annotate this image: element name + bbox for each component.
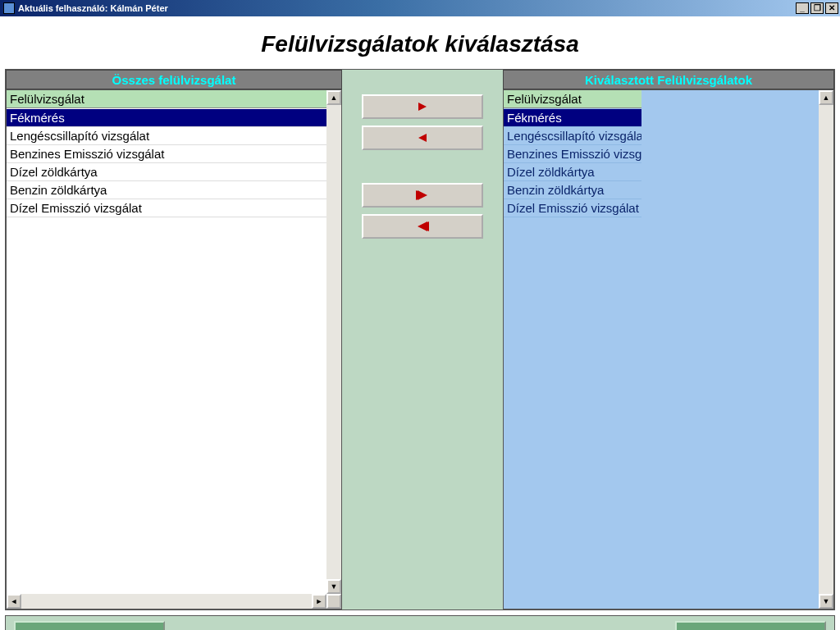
arrow-right-fill-icon [418, 190, 427, 200]
transfer-button-panel [342, 70, 503, 609]
minimize-button[interactable]: _ [796, 2, 809, 14]
all-inspections-column-header: Felülvizsgálat [7, 90, 341, 108]
remove-all-button[interactable] [362, 214, 483, 239]
list-item[interactable]: Fékmérés [7, 109, 326, 127]
vertical-scrollbar[interactable]: ▲ ▼ [326, 90, 341, 594]
arrow-left-icon [418, 134, 427, 142]
all-inspections-listbox[interactable]: Felülvizsgálat FékmérésLengéscsillapító … [6, 89, 342, 609]
close-button[interactable]: ✕ [825, 2, 838, 14]
all-inspections-list-body[interactable]: FékmérésLengéscsillapító vizsgálatBenzin… [7, 109, 326, 594]
list-item[interactable]: Lengéscsillapító vizsgálat [504, 127, 641, 145]
remove-one-button[interactable] [362, 126, 483, 150]
scroll-up-icon[interactable]: ▲ [819, 90, 833, 105]
scroll-track[interactable] [819, 105, 833, 594]
selected-inspections-panel: Kiválasztott Felülvizsgálatok Felülvizsg… [503, 70, 834, 609]
scroll-up-icon[interactable]: ▲ [326, 90, 341, 105]
window-title: Aktuális felhasználó: Kálmán Péter [18, 3, 168, 13]
list-item[interactable]: Benzin zöldkártya [504, 181, 641, 199]
add-one-button[interactable] [362, 94, 483, 119]
footer-bar: Vissza [F1] Tovább [F12] [5, 615, 835, 630]
list-item[interactable]: Dízel Emisszió vizsgálat [7, 199, 326, 217]
list-item[interactable]: Dízel zöldkártya [504, 163, 641, 181]
scroll-right-icon[interactable]: ► [312, 594, 326, 609]
list-item[interactable]: Dízel Emisszió vizsgálat [504, 199, 641, 217]
vertical-scrollbar[interactable]: ▲ ▼ [819, 90, 833, 609]
list-item[interactable]: Lengéscsillapító vizsgálat [7, 127, 326, 145]
list-item[interactable]: Benzin zöldkártya [7, 181, 326, 199]
scroll-track[interactable] [326, 105, 341, 579]
scroll-down-icon[interactable]: ▼ [326, 579, 341, 594]
arrow-right-icon [418, 103, 427, 111]
horizontal-scrollbar[interactable]: ◄ ► [7, 594, 326, 609]
main-area: Összes felülvizsgálat Felülvizsgálat Fék… [5, 69, 835, 610]
list-item[interactable]: Benzines Emisszió vizsgálat [504, 145, 641, 163]
next-button[interactable]: Tovább [F12] [675, 621, 826, 630]
scrollbar-grip [326, 594, 341, 609]
selected-inspections-column-header: Felülvizsgálat [504, 90, 641, 108]
back-button[interactable]: Vissza [F1] [14, 621, 165, 630]
scroll-left-icon[interactable]: ◄ [7, 594, 21, 609]
list-item[interactable]: Dízel zöldkártya [7, 163, 326, 181]
selected-inspections-header: Kiválasztott Felülvizsgálatok [503, 70, 834, 89]
maximize-button[interactable]: ❐ [810, 2, 824, 14]
add-all-button[interactable] [362, 183, 483, 208]
all-inspections-header: Összes felülvizsgálat [6, 70, 342, 89]
list-item[interactable]: Benzines Emisszió vizsgálat [7, 145, 326, 163]
selected-inspections-listbox[interactable]: Felülvizsgálat FékmérésLengéscsillapító … [503, 89, 834, 609]
list-item[interactable]: Fékmérés [504, 109, 641, 127]
scroll-track[interactable] [21, 594, 312, 609]
page-title: Felülvizsgálatok kiválasztása [0, 16, 840, 69]
arrow-left-fill-icon [418, 221, 427, 231]
app-icon [3, 2, 15, 14]
window-titlebar: Aktuális felhasználó: Kálmán Péter _ ❐ ✕ [0, 0, 840, 16]
scroll-down-icon[interactable]: ▼ [819, 594, 833, 609]
all-inspections-panel: Összes felülvizsgálat Felülvizsgálat Fék… [6, 70, 342, 609]
selected-inspections-list-body[interactable]: FékmérésLengéscsillapító vizsgálatBenzin… [504, 109, 819, 609]
window-controls: _ ❐ ✕ [796, 2, 840, 14]
